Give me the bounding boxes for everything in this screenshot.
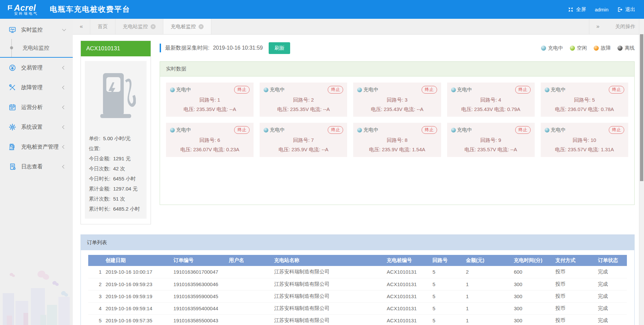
circuit-measurements: 电压: 235.43V 电流: --A [357,106,437,113]
collect-time-value: 2019-10-16 10:31:59 [213,45,263,51]
orders-column-header: 金额(元) [463,255,511,266]
sidebar-subitem-充电站监控[interactable]: 充电站监控 [0,39,73,57]
station-stat-row: 单价:5.00 小时/元 [89,133,143,144]
sidebar: 实时监控充电站监控交易管理故障管理运营分析 系统设置充电桩资产管理日志查看 [0,19,73,325]
table-row[interactable]: 42019-10-16 09:59:141910163595400044江苏安科… [88,302,627,314]
username[interactable]: admin [595,7,608,12]
circuit-card: 充电中终止回路号: 7电压: 235.9V 电流: --A [260,123,347,157]
sidebar-item-充电桩资产管理[interactable]: 充电桩资产管理 [0,137,73,157]
terminate-button[interactable]: 终止 [422,86,437,94]
circuit-card: 充电中终止回路号: 5电压: 236.07V 电流: 0.78A [541,83,628,117]
sidebar-item-系统设置[interactable]: 系统设置 [0,117,73,137]
row-cell: 完成 [595,302,627,314]
row-cell: 投币 [552,302,595,314]
charger-asset-icon [9,143,16,151]
tab-首页[interactable]: 首页 [90,19,115,34]
logout-icon [617,7,623,12]
table-row[interactable]: 22019-10-16 09:59:231910163596300046江苏安科… [88,278,627,290]
circuit-card: 充电中终止回路号: 2电压: 235.35V 电流: --A [260,83,347,117]
row-cell: 投币 [552,314,595,325]
log-icon [9,163,16,170]
orders-column-header: 用户名 [226,255,271,266]
table-row[interactable]: 12019-10-16 10:00:171910163601700047江苏安科… [88,266,627,278]
terminate-button[interactable]: 终止 [609,86,624,94]
refresh-button[interactable]: 刷新 [269,42,290,54]
row-cell [226,278,271,290]
row-cell: 完成 [595,314,627,325]
sidebar-item-实时监控[interactable]: 实时监控 [0,21,73,39]
station-stat-row: 今日时长:6455 小时 [89,174,143,184]
circuit-measurements: 电压: 235.57V 电流: 1.31A [545,147,624,153]
circuit-status-label: 充电中 [363,127,378,133]
row-index: 5 [88,314,102,325]
tab-充电桩监控[interactable]: 充电桩监控 [163,19,211,34]
status-orb-charging-icon [541,46,546,51]
logout-button[interactable]: 退出 [617,6,635,13]
transaction-icon [9,64,16,71]
circuit-card: 充电中终止回路号: 4电压: 235.43V 电流: 0.79A [447,83,535,117]
terminate-button[interactable]: 终止 [515,126,531,134]
status-orb-charging-icon [170,88,175,92]
stat-label: 累计次数: [89,196,110,202]
legend-charging: 充电中 [541,45,563,51]
stat-value: 1297.04 元 [113,186,138,192]
sidebar-item-label: 实时监控 [21,26,43,34]
terminate-button[interactable]: 终止 [234,126,250,134]
station-stat-row: 今日金额:1291 元 [89,154,143,164]
legend-label: 充电中 [548,45,563,51]
sidebar-decoration [0,275,73,325]
stat-label: 单价: [89,136,100,141]
sidebar-item-label: 运营分析 [21,104,43,111]
tab-充电站监控[interactable]: 充电站监控 [115,19,163,34]
terminate-button[interactable]: 终止 [328,126,343,134]
fullscreen-button[interactable]: 全屏 [568,6,586,13]
circuit-status-row: 充电中终止 [357,86,437,94]
circuit-measurements: 电压: 235.57V 电流: --A [451,147,531,153]
tab-close-icon[interactable] [199,24,204,29]
row-index: 3 [88,290,102,302]
status-legend: 充电中空闲故障离线 [541,45,635,51]
row-cell: 完成 [595,290,627,302]
sidebar-item-日志查看[interactable]: 日志查看 [0,157,73,176]
circuit-status-label: 充电中 [176,127,191,133]
row-cell: ACX1010131 [383,314,429,325]
circuit-measurements: 电压: 235.9V 电流: 1.54A [357,147,437,153]
row-cell: 2019-10-16 10:00:17 [102,266,170,278]
table-row[interactable]: 32019-10-16 09:59:191910163595900045江苏安科… [88,290,627,302]
circuit-number: 回路号: 8 [357,137,437,144]
sidebar-item-交易管理[interactable]: 交易管理 [0,58,73,77]
fullscreen-label: 全屏 [576,6,586,13]
tabs-scroll-left-button[interactable] [73,19,90,34]
sidebar-item-label: 充电桩资产管理 [21,144,59,151]
terminate-button[interactable]: 终止 [422,126,437,134]
stat-value: 1291 元 [113,156,131,161]
row-index: 1 [88,266,102,278]
logout-label: 退出 [625,6,635,13]
row-cell: 1910163585500043 [170,314,225,325]
row-cell: 300 [511,302,552,314]
fault-tools-icon [9,84,16,91]
terminate-button[interactable]: 终止 [328,86,343,94]
tabs-scroll-right-button[interactable] [589,19,606,34]
circuit-measurements: 电压: 236.07V 电流: 0.78A [545,106,624,113]
gear-icon [9,123,16,131]
stat-label: 今日时长: [89,176,110,181]
row-cell: 5 [429,302,463,314]
butterfly-icon [60,291,69,297]
sidebar-item-故障管理[interactable]: 故障管理 [0,78,73,97]
terminate-button[interactable]: 终止 [515,86,531,94]
close-operations-button[interactable]: 关闭操作 [606,19,644,34]
tab-close-icon[interactable] [151,24,156,29]
terminate-button[interactable]: 终止 [609,126,624,134]
stat-value: 42 次 [113,166,125,171]
sidebar-item-运营分析[interactable]: 运营分析 [0,98,73,117]
vertical-scrollbar[interactable] [639,19,644,325]
table-row[interactable]: 52019-10-16 09:57:351910163585500043江苏安科… [88,314,627,325]
row-cell [226,290,271,302]
scrollbar-thumb[interactable] [640,34,643,181]
legend-label: 故障 [601,45,611,51]
terminate-button[interactable]: 终止 [234,86,250,94]
circuit-number: 回路号: 4 [451,97,531,103]
row-cell [226,314,271,325]
page-title: 电瓶车充电桩收费平台 [50,4,130,14]
